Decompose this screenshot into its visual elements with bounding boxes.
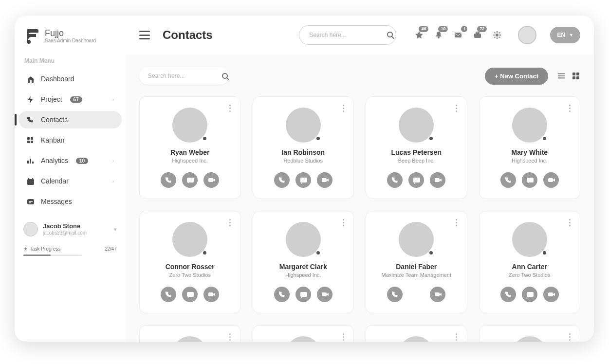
status-dot — [315, 250, 321, 255]
sidebar-item-analytics[interactable]: Analytics 10 › — [18, 152, 122, 169]
avatar-wrap — [512, 108, 547, 143]
profile-avatar[interactable] — [518, 26, 536, 44]
chat-icon — [412, 176, 420, 184]
avatar-wrap — [512, 222, 547, 257]
video-button[interactable] — [543, 287, 559, 302]
phone-button[interactable] — [161, 172, 176, 188]
topbar: Contacts 46 10 ! — [126, 16, 594, 55]
user-name: Jacob Stone — [43, 223, 109, 230]
video-icon — [321, 291, 329, 298]
contact-actions — [274, 287, 332, 302]
contact-card — [139, 325, 241, 342]
sidebar: Fujjo Saas Admin Dashboard Main Menu Das… — [15, 16, 126, 342]
contact-company: Highspeed Inc. — [172, 158, 208, 164]
card-menu-button[interactable] — [227, 218, 234, 227]
video-button[interactable] — [317, 172, 332, 188]
card-menu-button[interactable] — [453, 332, 460, 341]
contact-card: Mary White Highspeed Inc. — [479, 96, 581, 199]
status-dot — [542, 250, 547, 255]
video-button[interactable] — [317, 287, 332, 302]
chat-button[interactable] — [408, 172, 424, 188]
contact-actions — [161, 287, 219, 302]
language-selector[interactable]: EN ▼ — [550, 27, 580, 43]
sidebar-item-calendar[interactable]: Calendar › — [18, 172, 122, 190]
chevron-right-icon: › — [112, 158, 114, 164]
search-icon[interactable] — [386, 27, 395, 43]
search-icon[interactable] — [221, 70, 229, 82]
contact-name: Connor Rosser — [166, 263, 215, 271]
avatar — [286, 336, 321, 342]
chat-button[interactable] — [522, 172, 537, 188]
chat-icon — [186, 291, 194, 298]
brand-name: Fujjo — [45, 29, 96, 38]
notifications-button[interactable]: 10 — [433, 30, 444, 40]
global-search[interactable] — [299, 25, 396, 45]
contact-company: Highspeed Inc. — [512, 158, 547, 164]
chat-button[interactable] — [522, 287, 537, 302]
card-menu-button[interactable] — [340, 104, 347, 112]
phone-button[interactable] — [387, 172, 403, 188]
favorites-button[interactable]: 46 — [414, 30, 424, 40]
sidebar-item-dashboard[interactable]: Dashboard — [18, 70, 122, 88]
sidebar-item-label: Kanban — [41, 136, 64, 144]
new-contact-button[interactable]: + New Contact — [485, 68, 548, 85]
phone-button[interactable] — [274, 287, 290, 302]
sidebar-item-kanban[interactable]: Kanban — [18, 131, 122, 149]
card-menu-button[interactable] — [227, 332, 234, 341]
search-input[interactable] — [309, 32, 382, 38]
card-menu-button[interactable] — [566, 104, 573, 112]
contacts-search-input[interactable] — [148, 73, 221, 79]
card-menu-button[interactable] — [340, 332, 347, 341]
sidebar-item-contacts[interactable]: Contacts — [18, 111, 122, 128]
chat-button[interactable] — [295, 287, 311, 302]
menu-section-label: Main Menu — [15, 55, 126, 70]
video-button[interactable] — [203, 172, 219, 188]
contact-card: Lucas Petersen Beep Beep Inc. — [366, 96, 467, 199]
chat-icon — [526, 291, 534, 298]
page-title: Contacts — [163, 28, 213, 42]
sidebar-badge: 10 — [76, 158, 88, 164]
card-menu-button[interactable] — [566, 332, 573, 341]
bolt-icon — [26, 95, 34, 103]
avatar-wrap — [172, 108, 207, 143]
card-menu-button[interactable] — [566, 218, 573, 227]
contact-name: Ryan Weber — [170, 148, 210, 156]
chat-button[interactable] — [295, 172, 311, 188]
avatar-wrap — [286, 222, 321, 257]
avatar-wrap — [512, 336, 547, 342]
card-menu-button[interactable] — [453, 104, 460, 112]
video-button[interactable] — [430, 172, 445, 188]
contacts-grid: Ryan Weber Highspeed Inc. Ian Robinson R… — [139, 96, 580, 342]
sidebar-nav: Dashboard Project 67 › Contacts Kanban A… — [15, 70, 126, 210]
grid-icon — [572, 72, 580, 80]
phone-button[interactable] — [500, 287, 516, 302]
language-code: EN — [557, 32, 565, 38]
video-button[interactable] — [203, 287, 219, 302]
contacts-search[interactable] — [139, 67, 229, 85]
menu-toggle-icon[interactable] — [139, 31, 150, 39]
orders-button[interactable]: 72 — [472, 30, 483, 40]
phone-button[interactable] — [500, 172, 516, 188]
video-button[interactable] — [543, 172, 559, 188]
contact-company: Maximize Team Management — [382, 272, 451, 278]
phone-button[interactable] — [387, 287, 403, 302]
card-menu-button[interactable] — [227, 104, 234, 112]
settings-button[interactable] — [492, 30, 502, 40]
kanban-icon — [26, 136, 34, 144]
inbox-button[interactable]: ! — [453, 30, 463, 40]
sidebar-user-block[interactable]: Jacob Stone jacobs23@mail.com ▾ — [15, 222, 126, 237]
chat-button[interactable] — [182, 287, 198, 302]
chat-button[interactable] — [182, 172, 198, 188]
contact-actions — [161, 172, 219, 188]
video-button[interactable] — [430, 287, 445, 302]
phone-button[interactable] — [274, 172, 290, 188]
phone-button[interactable] — [161, 287, 176, 302]
list-view-button[interactable] — [557, 72, 566, 80]
grid-view-button[interactable] — [572, 72, 580, 80]
card-menu-button[interactable] — [340, 218, 347, 227]
card-menu-button[interactable] — [453, 218, 460, 227]
orders-badge: 72 — [477, 26, 487, 32]
contact-card — [366, 325, 467, 342]
sidebar-item-messages[interactable]: Messages — [18, 193, 122, 210]
sidebar-item-project[interactable]: Project 67 › — [18, 91, 122, 108]
